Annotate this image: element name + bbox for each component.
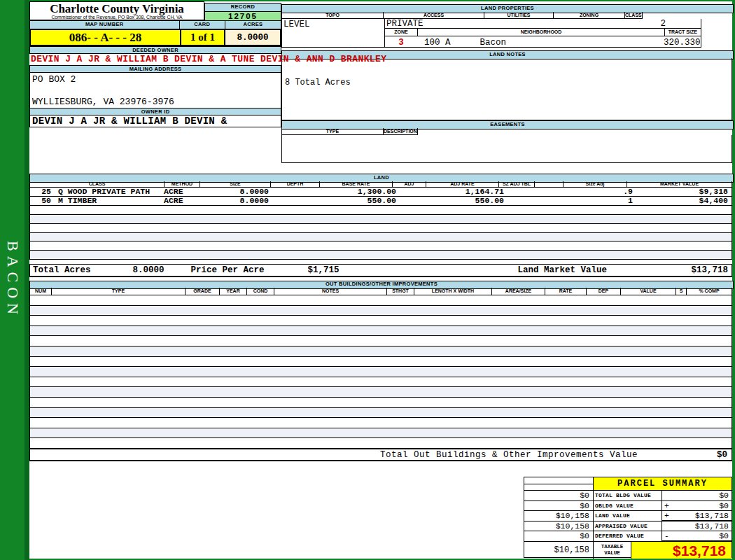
out-buildings-section: OUT BUILDINGS/OTHER IMPROVEMENTS NUM TYP… bbox=[29, 281, 732, 289]
land-row-adj-rate: 1,164.71 bbox=[432, 188, 507, 196]
empty-row bbox=[30, 206, 732, 215]
record-label: RECORD bbox=[204, 3, 281, 12]
tract-size-value: 320.330 bbox=[664, 38, 701, 48]
out-buildings-header-row: NUM TYPE GRADE YEAR COND NOTES STHGT LEN… bbox=[29, 288, 732, 295]
land-row: 50M TIMBER ACRE 8.0000 550.00 550.00 1 $… bbox=[29, 197, 732, 206]
ob-col-notes: NOTES bbox=[274, 288, 387, 295]
row-label: APPRAISED VALUE bbox=[594, 522, 662, 532]
mailing-address-box: PO BOX 2 WYLLIESBURG, VA 23976-3976 bbox=[29, 73, 281, 108]
empty-row bbox=[30, 326, 732, 337]
land-row-num: 50 bbox=[30, 197, 51, 205]
access-value: PRIVATE bbox=[385, 19, 486, 28]
land-row-num: 25 bbox=[30, 188, 51, 196]
land-row-class: Q WOOD PRIVATE PATH bbox=[58, 187, 150, 196]
ob-col-type: TYPE bbox=[52, 288, 186, 295]
row-label: LAND VALUE bbox=[594, 511, 662, 522]
zone-value: 3 bbox=[385, 38, 417, 48]
empty-row bbox=[30, 398, 732, 408]
row-operator bbox=[662, 522, 674, 531]
zone-label: ZONE bbox=[385, 29, 418, 36]
land-row-base-rate: 550.00 bbox=[324, 197, 399, 205]
row-operator: + bbox=[662, 501, 674, 511]
land-row-adj bbox=[399, 197, 432, 205]
land-properties-body: LEVEL PRIVATE 2 ZONE NEIGHBORHOOD TRACT … bbox=[281, 19, 701, 48]
row-value: $13,718 bbox=[674, 511, 732, 520]
empty-row bbox=[30, 336, 732, 346]
easement-type-label: TYPE bbox=[282, 128, 384, 135]
deeded-owner-value: DEVIN J A JR & WILLIAM B DEVIN & A TUNE … bbox=[29, 54, 386, 65]
ob-col-area-size: AREA/SIZE bbox=[492, 288, 545, 295]
ob-col-cond: COND bbox=[247, 288, 274, 295]
prior-value: $0 bbox=[524, 531, 594, 542]
empty-row bbox=[30, 241, 732, 251]
owner-id-value: DEVIN J A JR & WILLIAM B DEVIN & bbox=[29, 115, 281, 127]
mailing-address-label: MAILING ADDRESS bbox=[29, 65, 281, 73]
price-per-acre-label: Price Per Acre bbox=[191, 265, 265, 275]
parcel-summary: PARCEL SUMMARY $0 TOTAL BLDG VALUE $0 $0… bbox=[524, 477, 732, 558]
empty-row bbox=[30, 346, 732, 357]
empty-row bbox=[30, 387, 732, 398]
out-buildings-total-value: $0 bbox=[638, 450, 732, 460]
taxable-prior-value: $10,158 bbox=[524, 542, 594, 559]
easement-description-label: DESCRIPTION bbox=[384, 128, 417, 135]
row-operator bbox=[662, 491, 674, 500]
prior-value: $0 bbox=[524, 501, 594, 512]
parcel-summary-title: PARCEL SUMMARY bbox=[594, 477, 732, 491]
row-value: $0 bbox=[674, 501, 732, 511]
neighborhood-label: NEIGHBORHOOD bbox=[418, 29, 665, 36]
empty-row bbox=[30, 224, 732, 233]
land-properties-header-row: TOPO ACCESS UTILITIES ZONING CLASS bbox=[281, 12, 643, 19]
row-value: $13,718 bbox=[674, 522, 732, 531]
mailing-address-line2: WYLLIESBURG, VA 23976-3976 bbox=[32, 97, 281, 107]
parcel-summary-row: $0 DEFERRED VALUE -$0 bbox=[524, 531, 732, 542]
class-label: CLASS bbox=[625, 12, 642, 19]
map-number-value: 086- - A- - - 28 bbox=[31, 30, 181, 45]
empty-row bbox=[30, 251, 732, 260]
land-row-method: ACRE bbox=[164, 197, 199, 205]
zoning-value bbox=[555, 19, 626, 28]
out-buildings-total-row: Total Out Buildings & Other Improvements… bbox=[29, 449, 732, 461]
parcel-summary-row: $0 OBLDG VALUE +$0 bbox=[524, 501, 732, 512]
county-header: Charlotte County Virginia Commissioner o… bbox=[29, 1, 204, 20]
empty-row bbox=[30, 438, 732, 449]
row-value: $0 bbox=[674, 531, 732, 540]
ob-col-pct-comp: % COMP bbox=[687, 288, 732, 295]
row-operator: - bbox=[662, 531, 674, 540]
land-row-base-rate: 1,300.00 bbox=[324, 188, 399, 196]
land-market-value-label: Land Market Value bbox=[518, 265, 608, 275]
row-label: DEFERRED VALUE bbox=[594, 531, 662, 542]
ob-col-value: VALUE bbox=[621, 288, 676, 295]
ob-col-rate: RATE bbox=[545, 288, 587, 295]
class-value: 2 bbox=[626, 19, 701, 28]
land-market-value-value: $13,718 bbox=[607, 265, 732, 275]
parcel-summary-row: $10,158 APPRAISED VALUE $13,718 bbox=[524, 522, 732, 532]
property-record-card: Charlotte County Virginia Commissioner o… bbox=[29, 1, 732, 559]
empty-row bbox=[30, 357, 732, 368]
neighborhood-name: Bacon bbox=[480, 38, 507, 48]
neighborhood-value: 100 A Bacon bbox=[417, 38, 664, 48]
county-title: Charlotte County Virginia bbox=[30, 3, 204, 15]
parcel-summary-row: $0 TOTAL BLDG VALUE $0 bbox=[524, 491, 732, 501]
land-col-sz-adj-tbl: SZ ADJ TBL bbox=[499, 181, 535, 188]
land-row-adj-rate: 550.00 bbox=[432, 197, 507, 205]
topo-value: LEVEL bbox=[282, 19, 385, 47]
deeded-owner-label: DEEDED OWNER bbox=[29, 46, 281, 54]
price-per-acre-value: $1,715 bbox=[308, 265, 340, 275]
access-label: ACCESS bbox=[384, 12, 484, 19]
tract-size-label: TRACT SIZE bbox=[665, 29, 701, 36]
land-col-size-adj: Size Adj bbox=[564, 181, 627, 188]
land-col-adj: ADJ bbox=[393, 181, 426, 188]
land-col-blank bbox=[535, 181, 564, 188]
utilities-value bbox=[486, 19, 555, 28]
owner-id-label: OWNER ID bbox=[29, 108, 281, 115]
land-totals-row: Total Acres 8.0000 Price Per Acre $1,715… bbox=[29, 264, 732, 277]
topo-label: TOPO bbox=[282, 12, 384, 19]
map-number-value-row: 086- - A- - - 28 1 of 1 8.0000 bbox=[29, 29, 281, 46]
out-buildings-total-label: Total Out Buildings & Other Improvements… bbox=[380, 450, 638, 460]
land-row-depth bbox=[276, 188, 324, 196]
land-row-sz-adj-tbl bbox=[507, 188, 542, 196]
land-row-depth bbox=[276, 197, 324, 205]
land-empty-rows bbox=[29, 206, 732, 260]
land-row-market-value: $4,400 bbox=[655, 197, 732, 205]
neighborhood-code: 100 A bbox=[424, 38, 451, 48]
